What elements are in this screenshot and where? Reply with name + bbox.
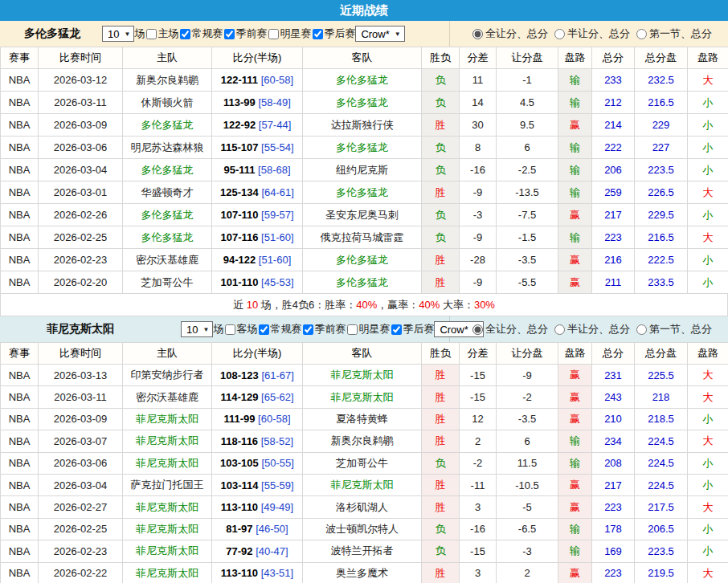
games-select[interactable]: 10▼ <box>181 321 213 337</box>
section-suns: 菲尼克斯太阳 10▼ 场 客场常规赛季前赛明星赛季后赛 Crow*▼ 全让分、总… <box>0 316 728 583</box>
checkbox-icon[interactable] <box>303 324 313 335</box>
cell-win-loss: 胜 <box>422 114 460 137</box>
cell-over-under: 大 <box>688 181 728 204</box>
stat-mode-radio[interactable]: 全让分、总分 <box>472 26 548 41</box>
cell-handicap-result: 赢 <box>558 386 592 408</box>
cell-league: NBA <box>1 69 39 92</box>
radio-icon[interactable] <box>472 324 483 335</box>
cell-handicap-result: 输 <box>558 452 592 474</box>
column-header: 总分盘 <box>635 47 688 69</box>
cell-total-line: 226.5 <box>635 181 688 204</box>
checkbox-icon[interactable] <box>224 29 235 39</box>
summary-row: 近 10 场，胜4负6：胜率：40%，赢率：40% 大率：30% <box>0 294 728 316</box>
filter-checkbox[interactable]: 季前赛 <box>223 26 267 41</box>
stat-mode-radio[interactable]: 半让分、总分 <box>554 26 630 41</box>
checkbox-icon[interactable] <box>268 29 279 39</box>
checkbox-icon[interactable] <box>347 324 358 335</box>
cell-score: 115-107 [55-54] <box>212 137 303 159</box>
cell-home-team: 菲尼克斯太阳 <box>123 408 212 430</box>
stat-mode-radio[interactable]: 第一节、总分 <box>636 322 712 336</box>
cell-win-loss: 胜 <box>422 386 460 408</box>
cell-date: 2026-03-04 <box>39 474 123 495</box>
cell-point-diff: 3 <box>460 562 497 583</box>
radio-icon[interactable] <box>636 324 647 335</box>
table-row: NBA2026-03-11密尔沃基雄鹿114-129 [65-62]菲尼克斯太阳… <box>1 386 728 408</box>
checkbox-icon[interactable] <box>391 324 402 335</box>
games-select[interactable]: 10▼ <box>102 26 134 42</box>
cell-away-team: 圣安东尼奥马刺 <box>303 204 422 226</box>
radio-group: 全让分、总分半让分、总分第一节、总分 <box>450 21 728 47</box>
checkbox-icon[interactable] <box>225 324 235 335</box>
cell-handicap-result: 赢 <box>558 114 592 137</box>
cell-point-diff: -3 <box>460 204 497 226</box>
cell-total-line: 218 <box>635 386 688 408</box>
column-header: 胜负 <box>422 343 460 365</box>
checkbox-icon[interactable] <box>313 29 323 39</box>
cell-date: 2026-03-07 <box>39 430 123 452</box>
cell-date: 2026-02-27 <box>39 496 123 518</box>
filter-checkboxes: 客场常规赛季前赛明星赛季后赛 <box>223 322 434 336</box>
radio-icon[interactable] <box>636 29 647 39</box>
stat-mode-radio[interactable]: 全让分、总分 <box>472 322 548 336</box>
cell-league: NBA <box>1 137 39 159</box>
cell-over-under: 小 <box>688 474 728 495</box>
cell-league: NBA <box>1 181 39 204</box>
filter-checkbox[interactable]: 明星赛 <box>267 26 311 41</box>
cell-point-diff: -16 <box>460 518 497 540</box>
cell-win-loss: 负 <box>422 69 460 92</box>
table-row: NBA2026-02-20芝加哥公牛101-110 [45-53]多伦多猛龙胜-… <box>1 271 728 294</box>
cell-handicap-line: -10.5 <box>497 474 558 495</box>
filter-checkbox[interactable]: 常规赛 <box>178 26 223 41</box>
cell-home-team: 菲尼克斯太阳 <box>123 452 212 474</box>
cell-home-team: 菲尼克斯太阳 <box>123 430 212 452</box>
cell-total-line: 229 <box>635 114 688 137</box>
cell-home-team: 菲尼克斯太阳 <box>123 518 212 540</box>
cell-score: 108-123 [61-67] <box>212 365 303 386</box>
cell-league: NBA <box>1 204 39 226</box>
cell-score: 113-99 [58-49] <box>212 92 303 114</box>
cell-home-team: 萨克拉门托国王 <box>123 474 212 495</box>
cell-score: 113-110 [43-51] <box>212 562 303 583</box>
radio-group: 全让分、总分半让分、总分第一节、总分 <box>450 316 728 342</box>
filter-checkbox[interactable]: 季后赛 <box>311 26 355 41</box>
cell-away-team: 多伦多猛龙 <box>303 69 422 92</box>
column-header: 主队 <box>123 47 212 69</box>
filter-checkbox[interactable]: 客场 <box>223 322 257 336</box>
results-table: 赛事比赛时间主队比分(半场)客队胜负分差让分盘盘路总分总分盘盘路 NBA2026… <box>0 47 728 294</box>
team-name: 菲尼克斯太阳 <box>47 322 114 336</box>
cell-home-team: 多伦多猛龙 <box>123 159 212 181</box>
chevron-down-icon: ▼ <box>202 326 209 333</box>
cell-date: 2026-03-11 <box>39 386 123 408</box>
cell-total-points: 222 <box>592 137 635 159</box>
column-header: 客队 <box>303 47 422 69</box>
table-row: NBA2026-02-25多伦多猛龙107-116 [51-60]俄克拉荷马城雷… <box>1 226 728 249</box>
cell-away-team: 达拉斯独行侠 <box>303 114 422 137</box>
source-select[interactable]: Crow*▼ <box>355 26 404 42</box>
filter-checkbox[interactable]: 常规赛 <box>257 322 301 336</box>
cell-total-line: 232.5 <box>635 69 688 92</box>
cell-handicap-result: 输 <box>558 159 592 181</box>
cell-total-line: 233.5 <box>635 271 688 294</box>
cell-score: 113-110 [49-49] <box>212 496 303 518</box>
filter-checkbox[interactable]: 季前赛 <box>301 322 346 336</box>
checkbox-icon[interactable] <box>180 29 190 39</box>
checkbox-icon[interactable] <box>259 324 269 335</box>
filter-checkbox[interactable]: 季后赛 <box>390 322 434 336</box>
cell-score: 107-116 [51-60] <box>212 226 303 249</box>
cell-win-loss: 胜 <box>422 181 460 204</box>
filter-checkbox[interactable]: 明星赛 <box>346 322 390 336</box>
cell-point-diff: -15 <box>460 540 497 562</box>
cell-home-team: 菲尼克斯太阳 <box>123 562 212 583</box>
checkbox-icon[interactable] <box>146 29 157 39</box>
radio-icon[interactable] <box>472 29 483 39</box>
filter-checkbox[interactable]: 主场 <box>145 26 178 41</box>
stat-mode-radio[interactable]: 半让分、总分 <box>554 322 630 336</box>
radio-icon[interactable] <box>554 324 565 335</box>
stat-mode-radio[interactable]: 第一节、总分 <box>636 26 712 41</box>
radio-icon[interactable] <box>554 29 565 39</box>
cell-league: NBA <box>1 114 39 137</box>
cell-win-loss: 负 <box>422 226 460 249</box>
cell-win-loss: 胜 <box>422 365 460 386</box>
column-header: 胜负 <box>422 47 460 69</box>
filter-checkboxes: 主场常规赛季前赛明星赛季后赛 <box>145 26 355 41</box>
